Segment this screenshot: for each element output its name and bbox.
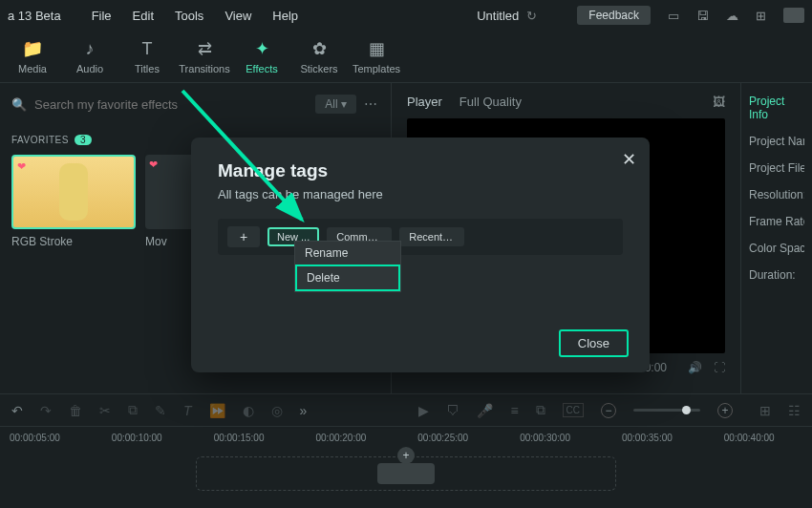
ruler-tick: 00:00:10:00	[112, 433, 162, 443]
info-resolution: Resolution:	[749, 188, 804, 201]
context-menu: Rename Delete	[294, 241, 401, 292]
menu-tools[interactable]: Tools	[175, 9, 203, 23]
cloud-icon[interactable]: ☁	[726, 9, 738, 23]
redo-icon[interactable]: ↷	[40, 403, 52, 418]
marker-icon[interactable]: ⛉	[446, 403, 459, 418]
tool-icon[interactable]: ✎	[155, 403, 166, 418]
color-icon[interactable]: ◐	[243, 403, 254, 418]
tab-transitions[interactable]: ⇄Transitions	[176, 31, 233, 83]
app-title: a 13 Beta	[8, 9, 61, 23]
cut-icon[interactable]: ✂	[99, 403, 111, 418]
filter-all-button[interactable]: All ▾	[315, 95, 356, 114]
audio-icon: ♪	[86, 39, 95, 59]
media-icon: 📁	[22, 38, 43, 59]
list-icon[interactable]: ≡	[510, 403, 518, 418]
manage-tags-dialog: ✕ Manage tags All tags can be managed he…	[191, 138, 650, 372]
speed-icon[interactable]: ⏩	[209, 403, 225, 418]
tag-recently-used[interactable]: Recently Used	[399, 227, 464, 246]
ruler-tick: 00:00:35:00	[622, 433, 673, 443]
zoom-in-icon[interactable]: +	[717, 403, 733, 418]
info-duration: Duration:	[749, 268, 804, 282]
mixer-icon[interactable]: ☷	[788, 403, 801, 418]
document-title: Untitled	[477, 9, 519, 23]
ruler-tick: 00:00:20:00	[315, 433, 366, 443]
ruler-tick: 00:00:05:00	[10, 433, 60, 443]
effects-icon: ✦	[255, 38, 269, 59]
mic-icon[interactable]: 🎤	[477, 403, 493, 418]
quality-select[interactable]: Full Quality	[459, 95, 522, 109]
snapshot-icon[interactable]: 🖼	[713, 95, 725, 109]
stickers-icon: ✿	[312, 38, 327, 59]
zoom-out-icon[interactable]: −	[601, 403, 616, 418]
history-icon[interactable]: ↻	[526, 9, 537, 23]
ruler-tick: 00:00:25:00	[417, 433, 468, 443]
player-label: Player	[407, 95, 442, 109]
media-chip[interactable]	[377, 463, 435, 484]
close-icon[interactable]: ✕	[622, 149, 636, 170]
play-icon[interactable]: ▶	[418, 403, 429, 418]
grid-icon[interactable]: ⊞	[759, 403, 771, 418]
tab-templates[interactable]: ▦Templates	[348, 31, 405, 83]
text-icon[interactable]: T	[183, 403, 192, 418]
heart-icon: ❤	[149, 159, 158, 171]
ruler-tick: 00:00:15:00	[214, 433, 265, 443]
info-colorspace: Color Space:	[749, 242, 804, 255]
tab-audio[interactable]: ♪Audio	[61, 31, 118, 83]
favorites-header: FAVORITES	[11, 135, 69, 145]
volume-icon[interactable]: 🔊	[688, 361, 702, 374]
add-tag-button[interactable]: +	[227, 226, 260, 247]
tag-bar: + New ... Commonly U... Recently Used	[218, 219, 623, 255]
menu-file[interactable]: File	[92, 9, 112, 23]
add-track-button[interactable]: +	[397, 447, 415, 464]
more-tools-icon[interactable]: »	[300, 403, 308, 418]
context-delete[interactable]: Delete	[295, 265, 400, 291]
ruler-tick: 00:00:30:00	[520, 433, 570, 443]
unknown-button[interactable]	[783, 8, 804, 23]
save-icon[interactable]: 🖫	[696, 9, 709, 23]
delete-icon[interactable]: 🗑	[69, 403, 82, 418]
menu-help[interactable]: Help	[272, 9, 298, 23]
apps-icon[interactable]: ⊞	[756, 9, 766, 23]
project-info-panel: Project Info Project Name Project Files …	[740, 83, 812, 393]
transitions-icon: ⇄	[198, 38, 212, 59]
fullscreen-icon[interactable]: ⛶	[714, 361, 725, 374]
tab-stickers[interactable]: ✿Stickers	[290, 31, 348, 83]
effect-card-rgb-stroke[interactable]: ❤ RGB Stroke	[11, 155, 136, 248]
dialog-title: Manage tags	[218, 160, 623, 181]
close-button[interactable]: Close	[559, 329, 629, 357]
context-rename[interactable]: Rename	[295, 242, 400, 265]
timeline: ↶ ↷ 🗑 ✂ ⧉ ✎ T ⏩ ◐ ◎ » ▶ ⛉ 🎤 ≡ ⧉ CC − + ⊞…	[0, 393, 812, 508]
zoom-slider[interactable]	[633, 409, 700, 412]
tab-effects[interactable]: ✦Effects	[233, 31, 290, 83]
tab-titles[interactable]: TTitles	[118, 31, 176, 83]
search-icon: 🔍	[11, 97, 27, 112]
more-options-button[interactable]: ⋯	[364, 96, 379, 112]
crop-icon[interactable]: ⧉	[128, 402, 138, 418]
timeline-ruler[interactable]: 00:00:05:00 00:00:10:00 00:00:15:00 00:0…	[0, 427, 812, 449]
favorites-count-badge: 3	[75, 135, 92, 145]
menu-view[interactable]: View	[224, 9, 251, 23]
undo-icon[interactable]: ↶	[11, 403, 23, 418]
tab-media[interactable]: 📁Media	[4, 31, 61, 83]
project-info-title: Project Info	[749, 95, 804, 121]
cc-icon[interactable]: CC	[563, 403, 584, 417]
monitor-icon[interactable]: ▭	[668, 9, 679, 23]
tool-icon-2[interactable]: ◎	[271, 403, 283, 418]
info-framerate: Frame Rate:	[749, 215, 804, 228]
templates-icon: ▦	[369, 38, 385, 59]
link-icon[interactable]: ⧉	[536, 402, 545, 418]
feedback-button[interactable]: Feedback	[577, 6, 651, 25]
info-project-files: Project Files L	[749, 161, 804, 175]
search-input[interactable]	[34, 97, 308, 112]
heart-icon: ❤	[17, 160, 26, 173]
dialog-subtitle: All tags can be managed here	[218, 187, 623, 201]
ruler-tick: 00:00:40:00	[724, 433, 775, 443]
menu-edit[interactable]: Edit	[133, 9, 154, 23]
titles-icon: T	[142, 39, 153, 59]
effect-label: RGB Stroke	[11, 235, 136, 248]
info-project-name: Project Name	[749, 135, 804, 148]
